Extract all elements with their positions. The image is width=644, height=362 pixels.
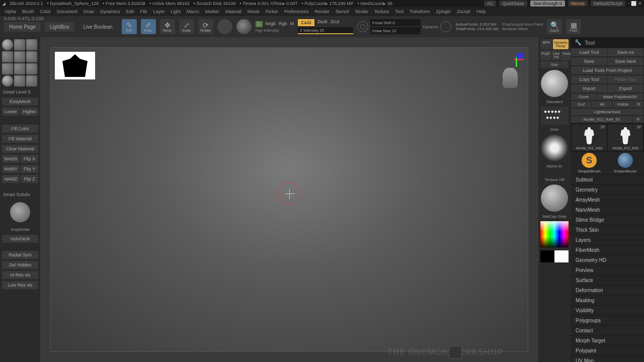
save-button[interactable]: Save: [571, 57, 607, 65]
menu-picker[interactable]: Picker: [263, 8, 281, 15]
stroke-preview[interactable]: [541, 107, 568, 125]
menu-preferences[interactable]: Preferences: [282, 8, 311, 15]
prim-sphere[interactable]: [2, 39, 13, 50]
pastetool-button[interactable]: Paste Tool: [608, 75, 644, 83]
prim-box[interactable]: [14, 63, 25, 74]
snapshot-button[interactable]: [449, 346, 462, 359]
radialsym-button[interactable]: Radial Sym: [2, 251, 38, 259]
m-button[interactable]: M: [290, 21, 294, 27]
prim-ring[interactable]: [14, 51, 25, 62]
menu-document[interactable]: Document: [54, 8, 80, 15]
menu-color[interactable]: Color: [38, 8, 54, 15]
prim-gear[interactable]: [26, 51, 37, 62]
panel-polygroups[interactable]: Polygroups: [571, 315, 644, 325]
brush-preview[interactable]: [541, 70, 568, 97]
menu-macro[interactable]: Macro: [184, 8, 202, 15]
prim-torus[interactable]: [2, 51, 13, 62]
panel-morph-target[interactable]: Morph Target: [571, 335, 644, 345]
smartsubdiv-button[interactable]: [10, 202, 30, 222]
goz-r-button[interactable]: R: [633, 101, 643, 108]
color-black[interactable]: [540, 250, 554, 262]
color-picker[interactable]: [540, 221, 569, 247]
lightbox-tools-button[interactable]: Lightbox▸Tools: [571, 109, 643, 115]
quicksave-button[interactable]: QuickSave: [499, 1, 527, 7]
simplebrush-button[interactable]: SimpleBrush: [572, 153, 607, 173]
menu-draw[interactable]: Draw: [81, 8, 97, 15]
loadtool-button[interactable]: Load Tool: [571, 48, 607, 56]
fillcolor-button[interactable]: Fill Color: [2, 125, 38, 133]
flipz-button[interactable]: Flip Z: [21, 175, 38, 183]
panel-subtool[interactable]: Subtool: [571, 174, 644, 185]
eraserbrush-button[interactable]: EraserBrush: [608, 153, 643, 173]
hiresvis-button[interactable]: Hi Res vis: [2, 271, 38, 279]
prim-wedge[interactable]: [14, 75, 25, 86]
dynamic-label[interactable]: Dynamic: [423, 25, 438, 29]
prim-sphere2[interactable]: [2, 75, 13, 86]
weldy-button[interactable]: WeldY: [2, 165, 20, 173]
prim-cube[interactable]: [26, 39, 37, 50]
fillmaterial-button[interactable]: Fill Material: [2, 135, 38, 143]
panel-visibility[interactable]: Visibility: [571, 305, 644, 315]
panel-thick-skin[interactable]: Thick Skin: [571, 225, 644, 235]
clone-button[interactable]: Clone: [571, 94, 596, 100]
linefill-button[interactable]: Line Fill: [552, 50, 560, 60]
solo-button[interactable]: Solo: [540, 61, 569, 68]
alpha-preview[interactable]: [541, 134, 568, 161]
menu-light[interactable]: Light: [168, 8, 183, 15]
flipy-button[interactable]: Flip Y: [21, 165, 38, 173]
script-button[interactable]: DefaultZScript: [591, 1, 625, 7]
panel-polypaint[interactable]: Polypaint: [571, 345, 644, 355]
floor-button[interactable]: ▦Floor: [566, 19, 581, 34]
lightbox-button[interactable]: LightBox: [45, 22, 74, 32]
menu-movie[interactable]: Movie: [245, 8, 262, 15]
weldz-button[interactable]: WeldZ: [2, 175, 20, 183]
clearmaterial-button[interactable]: Clear Material: [2, 145, 38, 153]
loadproject-button[interactable]: Load Tools From Project: [571, 66, 643, 74]
rotate-mode-button[interactable]: ⟳Rotate: [198, 19, 213, 34]
panel-contact[interactable]: Contact: [571, 325, 644, 335]
booleanmesh-button[interactable]: Boolean Mesh: [502, 27, 543, 31]
zoom-button[interactable]: 🔍Zoom: [547, 19, 562, 34]
current-tool[interactable]: Alodia_012_AA6_53: [571, 116, 632, 123]
r2-button[interactable]: R: [633, 116, 643, 123]
subtool-2[interactable]: 37Alodia_012_AA6: [608, 124, 643, 151]
panel-nanomesh[interactable]: NanoMesh: [571, 205, 644, 215]
zadd-button[interactable]: Zadd: [298, 19, 314, 26]
menu-stroke[interactable]: Stroke: [353, 8, 371, 15]
lowresvis-button[interactable]: Low Res vis: [2, 281, 38, 289]
prim-plane[interactable]: [26, 63, 37, 74]
menu-brush[interactable]: Brush: [20, 8, 37, 15]
savenext-button[interactable]: Save Next: [608, 57, 644, 65]
menu-dynamics[interactable]: Dynamics: [98, 8, 123, 15]
viewport[interactable]: THE GNOMON WORKSHOP: [40, 37, 538, 362]
liveboolean-button[interactable]: Live Boolean: [78, 22, 118, 32]
menu-transform[interactable]: Transform: [407, 8, 433, 15]
weldx-button[interactable]: WeldX: [2, 155, 20, 163]
dynamic-persp-button[interactable]: DynamicPersp: [553, 39, 569, 49]
menu-layer[interactable]: Layer: [151, 8, 168, 15]
menu-render[interactable]: Render: [312, 8, 332, 15]
lower-button[interactable]: Lower: [2, 108, 20, 116]
panel-fibermesh[interactable]: FiberMesh: [571, 245, 644, 255]
polygroupit-button[interactable]: PolyGroupIt from Paint: [502, 22, 543, 27]
menu-tool[interactable]: Tool: [392, 8, 406, 15]
mrgb-button[interactable]: Mrgb: [266, 21, 276, 27]
goz-button[interactable]: GoZ: [571, 101, 591, 108]
holodeck-button[interactable]: HoloDeck: [2, 235, 38, 243]
menu-material[interactable]: Material: [223, 8, 244, 15]
menu-edit[interactable]: Edit: [124, 8, 137, 15]
axis-gizmo[interactable]: [509, 52, 524, 67]
makepoly-button[interactable]: Make PolyMesh3D: [597, 94, 643, 100]
canvas[interactable]: [50, 47, 528, 352]
panel-geometry-hd[interactable]: Geometry HD: [571, 255, 644, 265]
export-button[interactable]: Export: [608, 84, 644, 93]
panel-layers[interactable]: Layers: [571, 235, 644, 245]
zcut-button[interactable]: Zcut: [331, 19, 340, 26]
camera-reference-head[interactable]: [503, 68, 518, 88]
color-white[interactable]: [554, 250, 569, 262]
easymesh-button[interactable]: EasyMesh: [2, 98, 38, 106]
ac-button[interactable]: AC: [484, 1, 497, 7]
zsub-button[interactable]: Zsub: [317, 19, 328, 26]
import-button[interactable]: Import: [571, 84, 607, 93]
menu-file[interactable]: File: [137, 8, 150, 15]
